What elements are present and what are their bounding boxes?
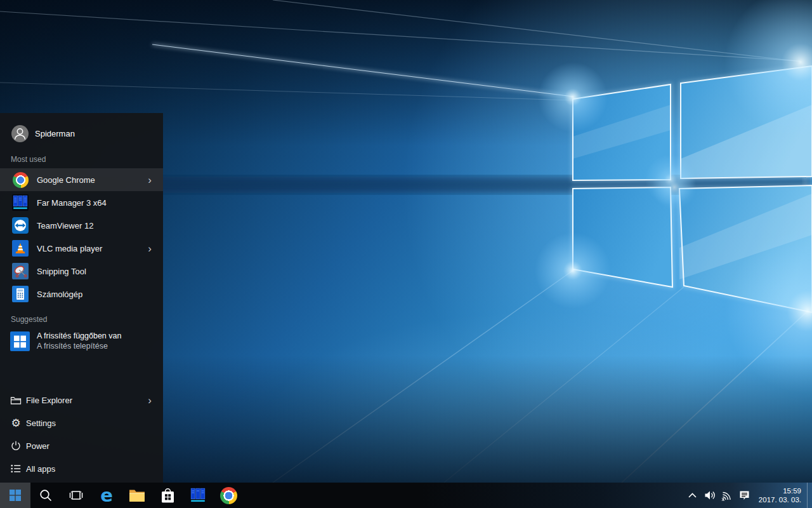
app-label: All apps	[26, 464, 154, 474]
startmenu-item-file-explorer[interactable]: File Explorer ›	[0, 389, 163, 411]
start-menu: Spiderman Most used Google Chrome ›	[0, 113, 163, 483]
start-user-button[interactable]: Spiderman	[0, 121, 163, 146]
chevron-right-icon[interactable]: ›	[148, 243, 154, 254]
desktop-screen: Spiderman Most used Google Chrome ›	[0, 0, 812, 508]
windows-logo-icon	[10, 490, 21, 501]
network-button[interactable]	[719, 483, 735, 508]
windows-store-icon	[160, 488, 175, 504]
file-explorer-icon	[10, 394, 22, 406]
app-label: Power	[26, 441, 154, 451]
search-icon	[39, 488, 53, 502]
app-label: Számológép	[37, 290, 154, 299]
volume-icon	[704, 490, 716, 501]
clock-time: 15:59	[759, 486, 801, 495]
app-label: TeamViewer 12	[37, 221, 154, 231]
update-pending-text: A frissítés függőben van	[37, 331, 121, 341]
chevron-right-icon[interactable]: ›	[148, 175, 154, 185]
teamviewer-icon	[12, 217, 29, 234]
startmenu-item-power[interactable]: Power	[0, 434, 163, 457]
volume-button[interactable]	[702, 483, 719, 508]
settings-gear-icon: ⚙	[10, 417, 22, 429]
chevron-right-icon[interactable]: ›	[148, 395, 154, 406]
show-desktop-button[interactable]	[807, 483, 812, 508]
app-label: VLC media player	[37, 244, 148, 253]
action-center-button[interactable]	[735, 483, 754, 508]
edge-icon: e	[100, 486, 113, 505]
windows-update-icon	[10, 331, 30, 351]
taskbar-clock[interactable]: 15:59 2017. 03. 03.	[754, 486, 807, 504]
chrome-icon	[12, 171, 29, 188]
taskbar-store-button[interactable]	[152, 483, 183, 508]
action-center-icon	[738, 490, 750, 501]
start-button[interactable]	[0, 483, 30, 508]
startmenu-item-settings[interactable]: ⚙ Settings	[0, 411, 163, 434]
system-tray: 15:59 2017. 03. 03.	[683, 483, 812, 508]
app-label: File Explorer	[26, 396, 148, 405]
taskbar-search-button[interactable]	[30, 483, 61, 508]
startmenu-item-all-apps[interactable]: All apps	[0, 457, 163, 480]
startmenu-item-teamviewer[interactable]: TeamViewer 12	[0, 214, 163, 237]
all-apps-icon	[10, 463, 22, 474]
taskbar-chrome-button[interactable]	[213, 483, 244, 508]
chevron-up-icon	[688, 492, 697, 498]
clock-date: 2017. 03. 03.	[759, 495, 801, 504]
taskbar-edge-button[interactable]: e	[91, 483, 122, 508]
far-manager-icon	[12, 194, 29, 211]
taskbar: e	[0, 483, 812, 508]
app-label: Settings	[26, 418, 154, 428]
app-label: Snipping Tool	[37, 267, 154, 276]
app-label: Google Chrome	[37, 175, 148, 185]
show-hidden-icons-button[interactable]	[683, 483, 702, 508]
install-update-link[interactable]: A frissítés telepítése	[37, 341, 121, 351]
taskbar-far-manager-button[interactable]	[183, 483, 213, 508]
vlc-icon	[12, 240, 29, 257]
startmenu-item-snipping-tool[interactable]: Snipping Tool	[0, 260, 163, 283]
startmenu-item-vlc[interactable]: VLC media player ›	[0, 237, 163, 260]
chrome-icon	[220, 487, 237, 504]
suggested-label: Suggested	[11, 313, 150, 326]
taskbar-task-view-button[interactable]	[61, 483, 91, 508]
startmenu-suggested-update[interactable]: A frissítés függőben van A frissítés tel…	[0, 327, 163, 355]
startmenu-item-far-manager[interactable]: Far Manager 3 x64	[0, 191, 163, 214]
taskbar-file-explorer-button[interactable]	[122, 483, 152, 508]
snipping-tool-icon	[12, 263, 29, 279]
task-view-icon	[69, 488, 84, 502]
startmenu-item-google-chrome[interactable]: Google Chrome ›	[0, 168, 163, 191]
far-manager-icon	[190, 487, 206, 504]
user-avatar-icon	[11, 125, 29, 142]
most-used-label: Most used	[11, 153, 150, 166]
app-label: Far Manager 3 x64	[37, 198, 154, 208]
network-wifi-icon	[721, 490, 733, 501]
power-icon	[10, 440, 22, 451]
calculator-icon	[12, 286, 29, 302]
user-name: Spiderman	[35, 129, 75, 138]
startmenu-item-calculator[interactable]: Számológép	[0, 283, 163, 305]
file-explorer-icon	[129, 488, 145, 502]
